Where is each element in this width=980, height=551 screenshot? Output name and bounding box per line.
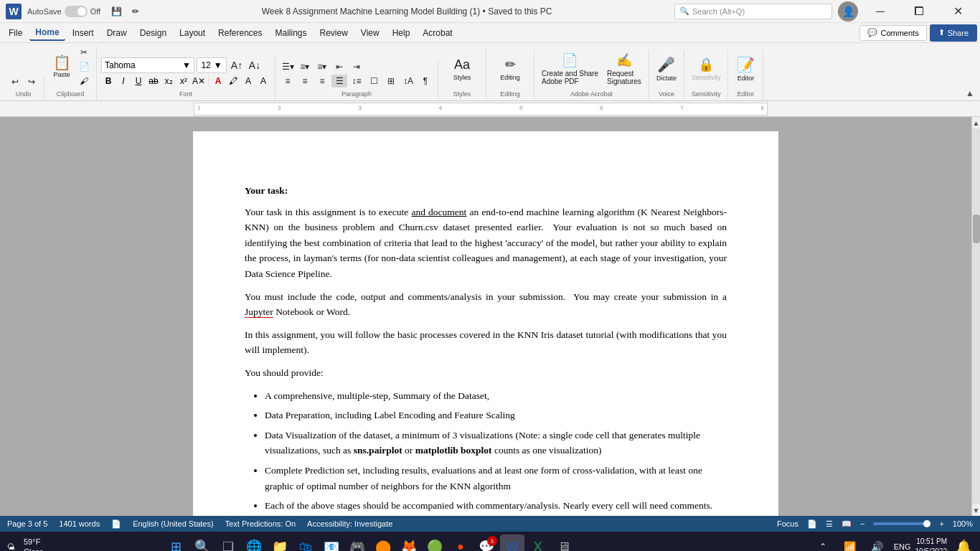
share-button[interactable]: ⬆ Share bbox=[930, 24, 977, 42]
menu-help[interactable]: Help bbox=[387, 26, 416, 40]
view-web-button[interactable]: ☰ bbox=[826, 519, 833, 529]
rdp-app[interactable]: 🖥 bbox=[552, 534, 576, 551]
autosave-toggle[interactable] bbox=[65, 6, 88, 17]
search-button[interactable]: 🔍 bbox=[190, 534, 215, 551]
ribbon-collapse-button[interactable]: ▲ bbox=[963, 86, 977, 100]
italic-button[interactable]: I bbox=[116, 75, 131, 88]
document-page[interactable]: Your task: Your task in this assignment … bbox=[193, 131, 778, 516]
user-avatar[interactable]: 👤 bbox=[838, 1, 858, 22]
align-justify-button[interactable]: ☰ bbox=[331, 75, 347, 88]
restore-button[interactable]: ⧠ bbox=[903, 0, 936, 23]
decrease-font-button[interactable]: A↓ bbox=[247, 59, 263, 72]
align-center-button[interactable]: ≡ bbox=[297, 75, 313, 88]
paste-button[interactable]: 📋 Paste bbox=[49, 48, 75, 85]
language-indicator-taskbar[interactable]: ENG bbox=[894, 542, 911, 551]
editor-button[interactable]: 📝 Editor bbox=[732, 50, 758, 88]
file-explorer-app[interactable]: 📁 bbox=[268, 534, 292, 551]
scroll-thumb[interactable] bbox=[973, 215, 980, 243]
align-left-button[interactable]: ≡ bbox=[280, 75, 296, 88]
scroll-up-button[interactable]: ▲ bbox=[972, 117, 980, 128]
excel-app[interactable]: X bbox=[526, 534, 550, 551]
text-predictions[interactable]: Text Predictions: On bbox=[225, 519, 296, 528]
redo-button[interactable]: ↪ bbox=[24, 75, 39, 88]
bullets-button[interactable]: ☰▾ bbox=[280, 60, 296, 73]
task-view-button[interactable]: ❑ bbox=[216, 534, 240, 551]
start-button[interactable]: ⊞ bbox=[164, 534, 189, 551]
zoom-thumb[interactable] bbox=[923, 520, 930, 527]
multilevel-button[interactable]: ≡▾ bbox=[314, 60, 330, 73]
zoom-out-button[interactable]: − bbox=[860, 519, 864, 528]
font-name-selector[interactable]: Tahoma ▼ bbox=[101, 57, 194, 73]
cut-button[interactable]: ✂ bbox=[76, 46, 92, 59]
superscript-button[interactable]: x² bbox=[176, 75, 191, 88]
store-app[interactable]: 🛍 bbox=[293, 534, 318, 551]
view-print-button[interactable]: 📄 bbox=[807, 519, 817, 529]
menu-layout[interactable]: Layout bbox=[174, 26, 211, 40]
indent-decrease-button[interactable]: ⇤ bbox=[331, 60, 347, 73]
mail-app[interactable]: 📧 bbox=[319, 534, 344, 551]
scroll-down-button[interactable]: ▼ bbox=[972, 504, 980, 516]
subscript-button[interactable]: x₂ bbox=[161, 75, 176, 88]
menu-mailings[interactable]: Mailings bbox=[269, 26, 312, 40]
create-pdf-button[interactable]: 📄 Create and ShareAdobe PDF bbox=[539, 50, 601, 88]
dictate-button[interactable]: 🎤 Dictate bbox=[654, 50, 679, 88]
menu-acrobat[interactable]: Acrobat bbox=[417, 26, 458, 40]
zoom-slider[interactable] bbox=[873, 522, 930, 525]
font-size-selector[interactable]: 12 ▼ bbox=[197, 57, 227, 73]
line-spacing-button[interactable]: ↕≡ bbox=[349, 75, 364, 88]
reddit-app[interactable]: ● bbox=[448, 534, 473, 551]
save-button[interactable]: 💾 bbox=[106, 1, 126, 22]
nintendo-app[interactable]: 🎮 bbox=[345, 534, 369, 551]
title-search-bar[interactable]: 🔍 Search (Alt+Q) bbox=[674, 4, 832, 19]
edge-app[interactable]: 🌐 bbox=[242, 534, 266, 551]
show-marks-button[interactable]: ¶ bbox=[418, 75, 433, 88]
sensitivity-button[interactable]: 🔒 Sensitivity bbox=[689, 50, 724, 88]
numbering-button[interactable]: ≡▾ bbox=[297, 60, 313, 73]
view-read-button[interactable]: 📖 bbox=[842, 519, 852, 529]
vertical-scrollbar[interactable]: ▲ ▼ bbox=[971, 117, 980, 516]
shading-para-button[interactable]: ☐ bbox=[366, 75, 382, 88]
network-icon[interactable]: 📶 bbox=[838, 534, 862, 551]
poke-app[interactable]: ⬤ bbox=[371, 534, 395, 551]
focus-button[interactable]: Focus bbox=[777, 519, 798, 528]
menu-insert[interactable]: Insert bbox=[67, 26, 100, 40]
zoom-in-button[interactable]: + bbox=[939, 519, 943, 528]
text-effects-button[interactable]: A bbox=[256, 75, 270, 88]
increase-font-button[interactable]: A↑ bbox=[229, 59, 245, 72]
menu-home[interactable]: Home bbox=[29, 25, 65, 41]
format-painter-button[interactable]: 🖌 bbox=[76, 75, 92, 88]
scroll-track[interactable] bbox=[972, 128, 980, 504]
request-signatures-button[interactable]: ✍ RequestSignatures bbox=[604, 50, 644, 88]
undo-button[interactable]: ↩ bbox=[7, 75, 23, 88]
font-color-button[interactable]: A bbox=[211, 75, 225, 88]
firefox-app[interactable]: 🦊 bbox=[397, 534, 421, 551]
shading-button[interactable]: A bbox=[241, 75, 255, 88]
strikethrough-button[interactable]: ab bbox=[146, 75, 161, 88]
track-changes-icon[interactable]: 📄 bbox=[111, 519, 121, 529]
menu-review[interactable]: Review bbox=[314, 26, 354, 40]
messenger-app[interactable]: 💬 3 bbox=[474, 534, 499, 551]
notification-center-button[interactable]: 🔔 bbox=[951, 534, 976, 551]
bold-button[interactable]: B bbox=[101, 75, 116, 88]
accessibility-status[interactable]: Accessibility: Investigate bbox=[307, 519, 392, 528]
comments-button[interactable]: 💬 Comments bbox=[859, 25, 926, 41]
menu-file[interactable]: File bbox=[3, 26, 28, 40]
volume-icon[interactable]: 🔊 bbox=[865, 534, 890, 551]
word-app[interactable]: W bbox=[500, 534, 524, 551]
styles-button[interactable]: Aa Styles bbox=[443, 50, 481, 88]
menu-references[interactable]: References bbox=[212, 26, 268, 40]
borders-button[interactable]: ⊞ bbox=[383, 75, 399, 88]
underline-button[interactable]: U bbox=[131, 75, 146, 88]
sort-button[interactable]: ↕A bbox=[400, 75, 416, 88]
system-clock[interactable]: 10:51 PM 10/5/2022 bbox=[915, 537, 948, 551]
hidden-icons-button[interactable]: ⌃ bbox=[811, 534, 835, 551]
copy-button[interactable]: 📄 bbox=[76, 60, 92, 73]
pen-icon[interactable]: ✏ bbox=[132, 6, 139, 17]
close-button[interactable]: ✕ bbox=[941, 0, 974, 23]
highlight-button[interactable]: 🖍 bbox=[226, 75, 240, 88]
pokemon-app[interactable]: 🟢 bbox=[423, 534, 447, 551]
align-right-button[interactable]: ≡ bbox=[314, 75, 330, 88]
page-wrapper[interactable]: Your task: Your task in this assignment … bbox=[0, 117, 971, 516]
clear-format-button[interactable]: A✕ bbox=[192, 75, 206, 88]
language-indicator[interactable]: English (United States) bbox=[133, 519, 214, 528]
